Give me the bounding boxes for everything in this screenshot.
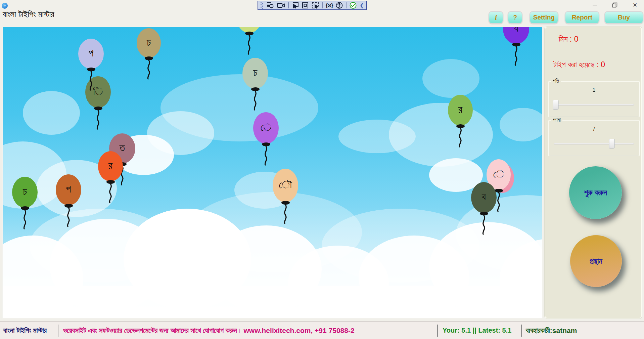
cursor-select-icon[interactable] (292, 1, 299, 9)
drag-handle-icon[interactable] (260, 1, 264, 9)
setting-button[interactable]: Setting (530, 11, 558, 24)
game-area[interactable]: যচিপচেরতরৌপচেব (2, 27, 543, 319)
balloon-letter: প (89, 48, 94, 58)
balloon-body: য (503, 27, 529, 44)
balloon: ে (253, 112, 279, 166)
steps-target-icon[interactable] (267, 1, 274, 9)
info-button[interactable]: i (489, 11, 503, 24)
balloon-body: চ (137, 28, 161, 58)
balloon-body: র (98, 151, 123, 181)
balloon-letter: র (108, 161, 112, 171)
balloon-string (480, 215, 488, 235)
balloon: চ (12, 177, 38, 229)
video-camera-icon[interactable] (277, 1, 285, 9)
minimize-icon (593, 5, 597, 5)
help-button[interactable]: ? (508, 11, 522, 24)
cloud-bank (2, 309, 543, 319)
accessibility-icon[interactable] (336, 1, 343, 9)
cloud (23, 91, 80, 135)
balloon-letter: ে (261, 122, 272, 132)
balloon-string (65, 207, 72, 227)
balloon-string (251, 90, 259, 111)
balloon-letter: চ (23, 186, 27, 197)
balloon-body: প (56, 174, 81, 205)
balloon-body: র (448, 95, 473, 126)
balloon: চ (242, 58, 268, 111)
balloon-string (457, 127, 464, 147)
count-groupbox: গণনা 7 (548, 120, 640, 156)
typed-counter: টাইপ করা হয়েছে : 0 (553, 60, 605, 69)
close-button[interactable]: ✕ (632, 2, 638, 8)
speed-value: 1 (549, 87, 639, 93)
balloon: র (448, 95, 473, 147)
status-bar: বাংলা টাইপিং মাস্টার ওয়েবসাইট এবং সফটওয… (0, 321, 644, 339)
speed-groupbox: গতি 1 (548, 81, 640, 117)
report-button[interactable]: Report (565, 11, 599, 24)
balloon: চ (137, 28, 161, 80)
speed-slider-thumb[interactable] (553, 100, 558, 110)
app-icon-label: বাং (4, 4, 6, 7)
balloon-letter: ৌ (279, 180, 292, 190)
exit-button[interactable]: প্রস্থান (570, 235, 622, 287)
balloon-string (107, 183, 114, 203)
typed-label: টাইপ করা হয়েছে (553, 60, 594, 69)
balloon: র (98, 151, 123, 203)
balloon: প (78, 39, 104, 91)
balloon-letter: ে (493, 169, 504, 179)
statusbar-divider (521, 325, 522, 337)
speed-label: গতি (551, 78, 561, 84)
cloud (160, 74, 318, 141)
balloon-string (145, 59, 152, 80)
balloon-letter: চ (147, 37, 151, 47)
minimize-button[interactable] (592, 2, 598, 8)
count-slider-thumb[interactable] (609, 139, 615, 149)
balloon-string (512, 46, 520, 66)
restore-icon (612, 2, 617, 8)
cloud (422, 59, 479, 98)
balloon (237, 27, 262, 55)
miss-counter: মিস : 0 (559, 35, 578, 44)
balloon-letter: য (514, 27, 518, 33)
check-success-icon[interactable] (350, 1, 357, 9)
cloud (500, 108, 543, 141)
balloon: ব (471, 182, 497, 235)
balloon-string (94, 110, 102, 130)
count-label: গণনা (551, 117, 562, 123)
restore-button[interactable] (612, 2, 618, 8)
app-title: বাংলা টাইপিং মাস্টার (3, 9, 54, 19)
element-select-icon[interactable] (312, 1, 319, 9)
app-icon: বাং (2, 3, 8, 9)
miss-label: মিস (559, 35, 567, 43)
cloud (389, 103, 493, 167)
close-icon: ✕ (633, 2, 637, 9)
balloon-string (245, 35, 253, 55)
balloon-letter: ব (482, 192, 486, 202)
region-select-icon[interactable] (302, 1, 309, 9)
balloon-body: ব (471, 182, 497, 213)
balloon-body: ে (253, 112, 279, 144)
collapse-chevron-icon[interactable]: ❮ (360, 1, 364, 9)
balloon-letter: চ (253, 68, 257, 78)
miss-value: 0 (574, 35, 579, 43)
statusbar-contact: ওয়েবসাইট এবং সফটওয়্যার ডেভেলপমেন্টের জ… (63, 322, 435, 339)
balloon-string (262, 145, 270, 166)
toolbar-divider (288, 2, 289, 8)
side-panel: মিস : 0 টাইপ করা হয়েছে : 0 গতি 1 গণনা 7… (545, 27, 642, 319)
toolbar-divider (346, 2, 347, 8)
start-button[interactable]: শুরু করুন (569, 166, 622, 219)
balloon-string (282, 204, 289, 224)
count-slider-track[interactable] (554, 143, 634, 144)
statusbar-version: Your: 5.1 || Latest: 5.1 (443, 322, 511, 339)
statusbar-user: ব্যবহারকারী:satnam (526, 322, 577, 339)
window-controls: ✕ (592, 0, 641, 10)
buy-button[interactable]: Buy (604, 11, 643, 24)
balloon-letter: প (66, 184, 71, 194)
balloon-string (21, 209, 29, 229)
balloon-body: ৌ (273, 169, 298, 202)
balloon-string (87, 71, 95, 91)
speed-slider-track[interactable] (554, 104, 634, 105)
balloon-body: চ (12, 177, 38, 208)
balloon-letter: র (458, 104, 462, 115)
statusbar-divider (437, 325, 438, 337)
code-braces-icon[interactable]: {⊘} (326, 1, 333, 9)
